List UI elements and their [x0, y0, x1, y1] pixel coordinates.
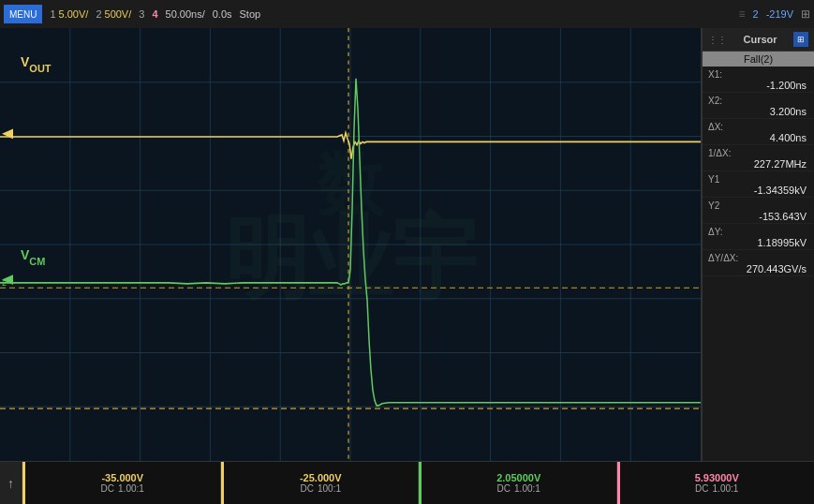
- cursor-mode-label: Fall(2): [744, 53, 773, 65]
- cursor-icon-indicator: ≡: [739, 7, 746, 21]
- cursor-x2-label: X2:: [708, 96, 808, 106]
- bottom-bar: ↑ -35.000V DC 1.00:1 -25.000V DC 100:1 2…: [0, 461, 814, 504]
- cursor-inv-dx-label: 1/ΔX:: [708, 148, 808, 158]
- cursor-y1-row: Y1 -1.34359kV: [703, 171, 814, 198]
- cursor-x1-row: X1: -1.200ns: [703, 67, 814, 93]
- cursor-voltage-indicator: -219V: [766, 8, 793, 20]
- ch2-number: 2: [96, 8, 101, 20]
- ch1-status-voltage: -35.000V: [101, 472, 143, 483]
- cursor-y2-row: Y2 -153.643V: [703, 198, 814, 224]
- cursor-dy-row: ΔY: 1.18995kV: [703, 224, 814, 250]
- cursor-x1-value: -1.200ns: [708, 80, 808, 91]
- trigger-state-indicator: Stop: [240, 8, 261, 20]
- ch1-indicator: 1 5.00V/: [50, 8, 88, 20]
- cursor-panel: ⋮⋮ Cursor ⊞ Fall(2) X1: -1.200ns X2: 3.2…: [702, 28, 814, 461]
- expand-indicator[interactable]: ⊞: [801, 7, 810, 21]
- arrow-icon: ↑: [7, 476, 14, 491]
- trigger-pos-value: 0.0s: [213, 8, 232, 20]
- cursor-dy-dx-label: ΔY/ΔX:: [708, 253, 808, 263]
- cursor-inv-dx-row: 1/ΔX: 227.27MHz: [703, 145, 814, 171]
- ch2-indicator: 2 500V/: [96, 8, 131, 20]
- ch2-coupling: DC: [301, 483, 314, 494]
- cursor-dx-label: ΔX:: [708, 122, 808, 132]
- ch4-number: 4: [152, 8, 157, 20]
- ch3-coupling: DC: [497, 483, 511, 494]
- ch1-coupling: DC: [101, 483, 114, 494]
- cursor-dy-value: 1.18995kV: [708, 237, 808, 248]
- ch1-ratio: 1.00:1: [118, 483, 144, 494]
- cursor-y1-label: Y1: [708, 174, 808, 185]
- ch4-coupling: DC: [695, 483, 708, 494]
- cursor-voltage-value: -219V: [766, 8, 793, 20]
- ch3-status-voltage: 2.05000V: [496, 472, 540, 483]
- main-area: 明业宇 数 2 VOUT VCM ⋮⋮ Cursor ⊞ Fall(2): [0, 28, 814, 461]
- trigger-state-value: Stop: [240, 8, 261, 20]
- ch2-status-info: DC 100:1: [301, 483, 341, 494]
- ch2-ratio: 100:1: [318, 483, 341, 494]
- cursor-panel-header: ⋮⋮ Cursor ⊞: [703, 28, 814, 52]
- cursor-panel-box-icon: ⊞: [797, 35, 805, 44]
- ch2-status-voltage: -25.000V: [300, 472, 342, 483]
- ch3-ratio: 1.00:1: [514, 483, 540, 494]
- svg-text:数: 数: [317, 145, 386, 224]
- top-toolbar: MENU 1 5.00V/ 2 500V/ 3 4 50.00ns/ 0.0s …: [0, 0, 814, 28]
- svg-text:2: 2: [2, 278, 7, 288]
- ch4-ratio: 1.00:1: [713, 483, 739, 494]
- ch3-status-info: DC 1.00:1: [497, 483, 540, 494]
- ch1-status-info: DC 1.00:1: [101, 483, 144, 494]
- cursor-dy-dx-row: ΔY/ΔX: 270.443GV/s: [703, 250, 814, 276]
- ch4-status-voltage: 5.93000V: [695, 472, 739, 483]
- cursor-x1-label: X1:: [708, 69, 808, 80]
- cursor-dx-value: 4.400ns: [708, 132, 808, 143]
- cursor-mode: Fall(2): [703, 52, 814, 67]
- cursor-dy-dx-value: 270.443GV/s: [708, 263, 808, 274]
- ch2-value: 500V/: [105, 8, 132, 20]
- cursor-menu-dots: ⋮⋮: [708, 35, 727, 45]
- cursor-inv-dx-value: 227.27MHz: [708, 158, 808, 170]
- ch4-indicator: 4: [152, 8, 157, 20]
- cursor-y2-label: Y2: [708, 200, 808, 211]
- cursor-y1-value: -1.34359kV: [708, 185, 808, 196]
- menu-button[interactable]: MENU: [4, 5, 42, 23]
- cursor-y2-value: -153.643V: [708, 211, 808, 222]
- scope-svg: 明业宇 数 2 VOUT VCM: [0, 28, 701, 461]
- cursor-dx-row: ΔX: 4.400ns: [703, 119, 814, 145]
- ch2-status: -25.000V DC 100:1: [221, 462, 420, 504]
- cursor-ch-num: 2: [753, 8, 759, 20]
- cursor-x2-row: X2: 3.200ns: [703, 93, 814, 119]
- ch3-status: 2.05000V DC 1.00:1: [419, 462, 617, 504]
- ch4-status-info: DC 1.00:1: [695, 483, 738, 494]
- cursor-panel-icon-box: ⊞: [793, 32, 808, 47]
- cursor-menu-icon: ≡: [739, 7, 746, 21]
- scope-screen[interactable]: 明业宇 数 2 VOUT VCM: [0, 28, 702, 461]
- ch1-status: -35.000V DC 1.00:1: [22, 462, 221, 504]
- scroll-arrow[interactable]: ↑: [0, 462, 22, 504]
- timebase-indicator: 50.00ns/: [166, 8, 205, 20]
- ch3-number: 3: [139, 8, 144, 20]
- cursor-panel-title: Cursor: [743, 34, 777, 45]
- cursor-x2-value: 3.200ns: [708, 106, 808, 117]
- ch1-value: 5.00V/: [59, 8, 89, 20]
- cursor-ch-indicator: 2: [753, 8, 759, 20]
- timebase-value: 50.00ns/: [166, 8, 205, 20]
- trigger-pos-indicator: 0.0s: [213, 8, 232, 20]
- ch1-number: 1: [50, 8, 55, 20]
- expand-icon[interactable]: ⊞: [801, 7, 810, 21]
- ch4-status: 5.93000V DC 1.00:1: [617, 462, 815, 504]
- ch3-indicator: 3: [139, 8, 144, 20]
- cursor-dy-label: ΔY:: [708, 227, 808, 237]
